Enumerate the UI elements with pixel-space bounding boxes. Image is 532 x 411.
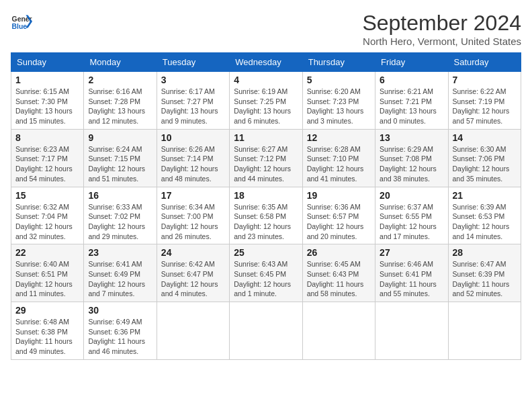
day-number: 24 — [161, 247, 225, 258]
calendar-cell: 20 Sunrise: 6:37 AM Sunset: 6:55 PM Dayl… — [375, 187, 448, 244]
day-number: 30 — [88, 305, 152, 316]
day-number: 18 — [234, 190, 298, 201]
calendar-cell: 4 Sunrise: 6:19 AM Sunset: 7:25 PM Dayli… — [230, 72, 302, 130]
calendar-cell: 21 Sunrise: 6:39 AM Sunset: 6:53 PM Dayl… — [448, 187, 521, 244]
day-info: Sunrise: 6:27 AM Sunset: 7:12 PM Dayligh… — [234, 144, 298, 184]
calendar: SundayMondayTuesdayWednesdayThursdayFrid… — [11, 52, 521, 360]
calendar-cell: 10 Sunrise: 6:26 AM Sunset: 7:14 PM Dayl… — [157, 129, 229, 187]
month-title: September 2024 — [362, 11, 521, 36]
calendar-cell — [448, 302, 521, 360]
calendar-cell — [375, 302, 448, 360]
weekday-tuesday: Tuesday — [157, 53, 229, 72]
day-number: 2 — [88, 75, 152, 85]
day-info: Sunrise: 6:16 AM Sunset: 7:28 PM Dayligh… — [88, 87, 152, 126]
calendar-cell: 9 Sunrise: 6:24 AM Sunset: 7:15 PM Dayli… — [84, 129, 157, 187]
day-number: 11 — [234, 132, 298, 143]
week-row-5: 29 Sunrise: 6:48 AM Sunset: 6:38 PM Dayl… — [11, 302, 521, 360]
calendar-cell: 29 Sunrise: 6:48 AM Sunset: 6:38 PM Dayl… — [11, 302, 84, 360]
day-info: Sunrise: 6:49 AM Sunset: 6:36 PM Dayligh… — [88, 317, 152, 357]
calendar-cell: 26 Sunrise: 6:45 AM Sunset: 6:43 PM Dayl… — [302, 244, 375, 302]
day-number: 15 — [15, 190, 79, 201]
calendar-cell: 27 Sunrise: 6:46 AM Sunset: 6:41 PM Dayl… — [375, 244, 448, 302]
day-info: Sunrise: 6:19 AM Sunset: 7:25 PM Dayligh… — [234, 87, 298, 126]
calendar-cell: 18 Sunrise: 6:35 AM Sunset: 6:58 PM Dayl… — [230, 187, 302, 244]
day-number: 27 — [380, 247, 443, 258]
weekday-friday: Friday — [375, 53, 448, 72]
week-row-2: 8 Sunrise: 6:23 AM Sunset: 7:17 PM Dayli… — [11, 129, 521, 187]
calendar-cell: 6 Sunrise: 6:21 AM Sunset: 7:21 PM Dayli… — [375, 72, 448, 130]
calendar-cell: 28 Sunrise: 6:47 AM Sunset: 6:39 PM Dayl… — [448, 244, 521, 302]
day-info: Sunrise: 6:24 AM Sunset: 7:15 PM Dayligh… — [88, 144, 152, 184]
calendar-cell: 25 Sunrise: 6:43 AM Sunset: 6:45 PM Dayl… — [230, 244, 302, 302]
day-number: 3 — [161, 75, 225, 85]
day-number: 22 — [15, 247, 79, 258]
day-number: 21 — [453, 190, 517, 201]
weekday-sunday: Sunday — [11, 53, 84, 72]
day-info: Sunrise: 6:36 AM Sunset: 6:57 PM Dayligh… — [307, 202, 371, 242]
day-info: Sunrise: 6:20 AM Sunset: 7:23 PM Dayligh… — [307, 87, 371, 126]
day-info: Sunrise: 6:32 AM Sunset: 7:04 PM Dayligh… — [15, 202, 79, 242]
weekday-monday: Monday — [84, 53, 157, 72]
day-info: Sunrise: 6:40 AM Sunset: 6:51 PM Dayligh… — [15, 259, 79, 299]
calendar-cell: 22 Sunrise: 6:40 AM Sunset: 6:51 PM Dayl… — [11, 244, 84, 302]
calendar-cell — [157, 302, 229, 360]
day-info: Sunrise: 6:22 AM Sunset: 7:19 PM Dayligh… — [453, 87, 517, 126]
day-number: 26 — [307, 247, 371, 258]
day-number: 6 — [380, 75, 443, 85]
weekday-saturday: Saturday — [448, 53, 521, 72]
calendar-cell: 24 Sunrise: 6:42 AM Sunset: 6:47 PM Dayl… — [157, 244, 229, 302]
calendar-cell: 8 Sunrise: 6:23 AM Sunset: 7:17 PM Dayli… — [11, 129, 84, 187]
day-info: Sunrise: 6:42 AM Sunset: 6:47 PM Dayligh… — [161, 259, 225, 299]
calendar-cell: 3 Sunrise: 6:17 AM Sunset: 7:27 PM Dayli… — [157, 72, 229, 130]
day-info: Sunrise: 6:39 AM Sunset: 6:53 PM Dayligh… — [453, 202, 517, 242]
day-number: 17 — [161, 190, 225, 201]
svg-text:Blue: Blue — [12, 23, 28, 30]
logo-icon: General Blue — [11, 11, 32, 32]
day-number: 8 — [15, 132, 79, 143]
day-number: 28 — [453, 247, 517, 258]
calendar-cell: 13 Sunrise: 6:29 AM Sunset: 7:08 PM Dayl… — [375, 129, 448, 187]
day-number: 13 — [380, 132, 443, 143]
day-info: Sunrise: 6:41 AM Sunset: 6:49 PM Dayligh… — [88, 259, 152, 299]
day-info: Sunrise: 6:34 AM Sunset: 7:00 PM Dayligh… — [161, 202, 225, 242]
day-info: Sunrise: 6:33 AM Sunset: 7:02 PM Dayligh… — [88, 202, 152, 242]
calendar-cell: 19 Sunrise: 6:36 AM Sunset: 6:57 PM Dayl… — [302, 187, 375, 244]
day-info: Sunrise: 6:48 AM Sunset: 6:38 PM Dayligh… — [15, 317, 79, 357]
day-number: 14 — [453, 132, 517, 143]
title-area: September 2024 North Hero, Vermont, Unit… — [362, 11, 521, 47]
day-info: Sunrise: 6:29 AM Sunset: 7:08 PM Dayligh… — [380, 144, 443, 184]
day-info: Sunrise: 6:37 AM Sunset: 6:55 PM Dayligh… — [380, 202, 443, 242]
day-number: 23 — [88, 247, 152, 258]
calendar-cell: 1 Sunrise: 6:15 AM Sunset: 7:30 PM Dayli… — [11, 72, 84, 130]
day-info: Sunrise: 6:45 AM Sunset: 6:43 PM Dayligh… — [307, 259, 371, 299]
day-info: Sunrise: 6:35 AM Sunset: 6:58 PM Dayligh… — [234, 202, 298, 242]
day-info: Sunrise: 6:17 AM Sunset: 7:27 PM Dayligh… — [161, 87, 225, 126]
day-number: 19 — [307, 190, 371, 201]
day-number: 5 — [307, 75, 371, 85]
day-number: 20 — [380, 190, 443, 201]
calendar-header: SundayMondayTuesdayWednesdayThursdayFrid… — [11, 53, 521, 72]
day-number: 4 — [234, 75, 298, 85]
day-number: 1 — [15, 75, 79, 85]
header: General Blue September 2024 North Hero, … — [11, 11, 521, 47]
day-number: 29 — [15, 305, 79, 316]
day-info: Sunrise: 6:43 AM Sunset: 6:45 PM Dayligh… — [234, 259, 298, 299]
day-info: Sunrise: 6:47 AM Sunset: 6:39 PM Dayligh… — [453, 259, 517, 299]
calendar-cell: 23 Sunrise: 6:41 AM Sunset: 6:49 PM Dayl… — [84, 244, 157, 302]
calendar-cell: 2 Sunrise: 6:16 AM Sunset: 7:28 PM Dayli… — [84, 72, 157, 130]
weekday-thursday: Thursday — [302, 53, 375, 72]
day-number: 12 — [307, 132, 371, 143]
calendar-cell — [230, 302, 302, 360]
calendar-cell: 15 Sunrise: 6:32 AM Sunset: 7:04 PM Dayl… — [11, 187, 84, 244]
day-info: Sunrise: 6:21 AM Sunset: 7:21 PM Dayligh… — [380, 87, 443, 126]
calendar-cell: 16 Sunrise: 6:33 AM Sunset: 7:02 PM Dayl… — [84, 187, 157, 244]
calendar-cell — [302, 302, 375, 360]
day-info: Sunrise: 6:26 AM Sunset: 7:14 PM Dayligh… — [161, 144, 225, 184]
calendar-cell: 14 Sunrise: 6:30 AM Sunset: 7:06 PM Dayl… — [448, 129, 521, 187]
weekday-wednesday: Wednesday — [230, 53, 302, 72]
day-number: 7 — [453, 75, 517, 85]
calendar-cell: 7 Sunrise: 6:22 AM Sunset: 7:19 PM Dayli… — [448, 72, 521, 130]
week-row-4: 22 Sunrise: 6:40 AM Sunset: 6:51 PM Dayl… — [11, 244, 521, 302]
day-number: 9 — [88, 132, 152, 143]
day-info: Sunrise: 6:15 AM Sunset: 7:30 PM Dayligh… — [15, 87, 79, 126]
